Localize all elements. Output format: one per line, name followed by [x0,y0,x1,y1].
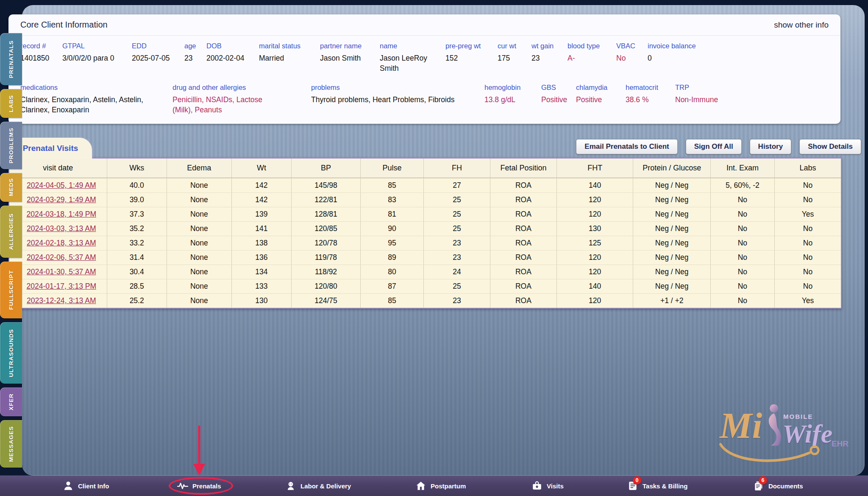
stethoscope-icon [717,443,827,467]
info-field-partner-name: partner nameJason Smith [320,42,380,73]
cell-fht: 120 [556,250,633,265]
sidebar-tab-prenatals[interactable]: PRENATALS [0,33,22,85]
cell-pulse: 81 [360,207,423,221]
cell-fht: 120 [556,293,633,308]
cell-wks: 35.2 [107,221,167,236]
nav-item-documents[interactable]: Documents6 [753,476,803,496]
cell-fh: 25 [423,279,490,293]
info-field-vbac: VBACNo [616,42,648,73]
visit-date-link[interactable]: 2024-03-03, 3:13 AM [27,224,96,233]
cell-int-exam: 5, 60%, -2 [710,178,774,192]
cell-labs: No [774,279,841,293]
visit-bag-icon [531,480,542,491]
cell-wt: 139 [231,207,291,221]
history-button[interactable]: History [750,139,792,154]
cell-fht: 120 [556,265,633,279]
info-field-problems: problemsThyroid problems, Heart Problems… [311,84,484,115]
cell-fh: 27 [423,178,490,192]
nav-item-prenatals[interactable]: Prenatals [177,476,221,496]
field-label: GBS [541,84,576,92]
cell-fh: 23 [423,293,490,308]
cell-fetal-position: ROA [490,265,556,279]
table-row: 2024-02-06, 5:37 AM31.4None136119/788923… [9,250,841,265]
nav-item-postpartum[interactable]: Postpartum [415,476,466,496]
cell-fetal-position: ROA [490,192,556,207]
visit-date-link[interactable]: 2024-02-06, 5:37 AM [27,253,96,262]
sidebar-tab-label: PROBLEMS [8,128,14,164]
sidebar-tab-xfer[interactable]: XFER [0,387,22,416]
field-label: chlamydia [576,84,626,92]
field-label: record # [20,42,62,50]
cell-fh: 23 [423,236,490,250]
column-header-wt: Wt [231,159,291,178]
email-prenatals-to-client-button[interactable]: Email Prenatals to Client [576,139,677,154]
visit-date-link[interactable]: 2024-04-05, 1:49 AM [27,181,96,189]
table-row: 2023-12-24, 3:13 AM25.2None130124/758523… [9,293,841,308]
column-header-fht: FHT [556,159,633,178]
sidebar-tab-label: ALLERGIES [8,213,14,250]
sidebar-tab-fullscript[interactable]: FULLSCRIPT [0,262,22,318]
sidebar-tab-ultrasounds[interactable]: ULTRASOUNDS [0,322,22,384]
cell-pulse: 89 [360,250,423,265]
visit-date-link[interactable]: 2024-01-17, 3:13 PM [27,282,96,290]
table-row: 2024-03-29, 1:49 AM39.0None142122/818325… [9,192,841,207]
sidebar-tab-problems[interactable]: PROBLEMS [0,122,22,169]
visit-date-cell: 2024-03-29, 1:49 AM [9,192,107,207]
cell-edema: None [167,192,231,207]
visit-date-cell: 2024-01-17, 3:13 PM [9,279,107,293]
info-field-hemoglobin: hemoglobin13.8 g/dL [484,84,541,115]
info-field-cur-wt: cur wt175 [498,42,531,73]
field-label: medications [20,84,172,92]
field-value: 1401850 [20,53,62,64]
cell-wt: 130 [231,293,291,308]
nav-item-tasks-billing[interactable]: Tasks & Billing0 [627,476,687,496]
info-field-blood-type: blood typeA- [568,42,616,73]
cell-edema: None [167,293,231,308]
show-other-info-link[interactable]: show other info [774,20,829,30]
cell-protein-glucose: Neg / Neg [633,250,710,265]
sidebar-tab-label: MESSAGES [8,426,14,462]
table-row: 2024-04-05, 1:49 AM40.0None142145/988527… [9,178,841,192]
info-field-gbs: GBSPositive [541,84,576,115]
info-field-pre-preg-wt: pre-preg wt152 [445,42,498,73]
field-label: wt gain [531,42,568,50]
sidebar-tab-labs[interactable]: LABS [0,89,22,118]
sidebar-tab-meds[interactable]: MEDS [0,173,22,202]
cell-labs: Yes [774,293,841,308]
field-label: invoice balance [648,42,696,50]
cell-labs: No [774,221,841,236]
field-label: name [380,42,445,50]
cell-fetal-position: ROA [490,178,556,192]
nav-item-client-info[interactable]: Client Info [63,476,109,496]
column-header-visit-date: visit date [9,159,107,178]
column-header-edema: Edema [167,159,231,178]
logo-text-ehr: EHR [832,439,849,449]
cell-labs: No [774,236,841,250]
cell-wt: 136 [231,250,291,265]
sidebar-tab-allergies[interactable]: ALLERGIES [0,206,22,258]
nav-item-labor-delivery[interactable]: Labor & Delivery [285,476,351,496]
sidebar-tab-label: PRENATALS [8,40,14,78]
show-details-button[interactable]: Show Details [799,139,861,154]
info-field-trp: TRPNon-Immune [675,84,718,115]
info-field-name: nameJason LeeRoy Smith [380,42,445,73]
cell-edema: None [167,178,231,192]
cell-int-exam: No [710,207,774,221]
sign-off-all-button[interactable]: Sign Off All [686,139,742,154]
visit-date-cell: 2023-12-24, 3:13 AM [9,293,107,308]
visit-date-link[interactable]: 2023-12-24, 3:13 AM [27,296,96,305]
field-label: hemoglobin [484,84,541,92]
nav-item-visits[interactable]: Visits [531,476,564,496]
cell-edema: None [167,279,231,293]
visit-date-link[interactable]: 2024-03-29, 1:49 AM [27,195,96,204]
visit-date-link[interactable]: 2024-03-18, 1:49 PM [27,210,96,218]
visit-date-link[interactable]: 2024-02-18, 3:13 AM [27,239,96,247]
visit-date-link[interactable]: 2024-01-30, 5:37 AM [27,268,96,276]
column-header-fh: FH [423,159,490,178]
sidebar-tab-messages[interactable]: MESSAGES [0,420,22,468]
field-label: partner name [320,42,380,50]
cell-fht: 125 [556,236,633,250]
cell-protein-glucose: +1 / +2 [633,293,710,308]
sidebar-tab-label: XFER [8,393,14,410]
cell-pulse: 80 [360,265,423,279]
